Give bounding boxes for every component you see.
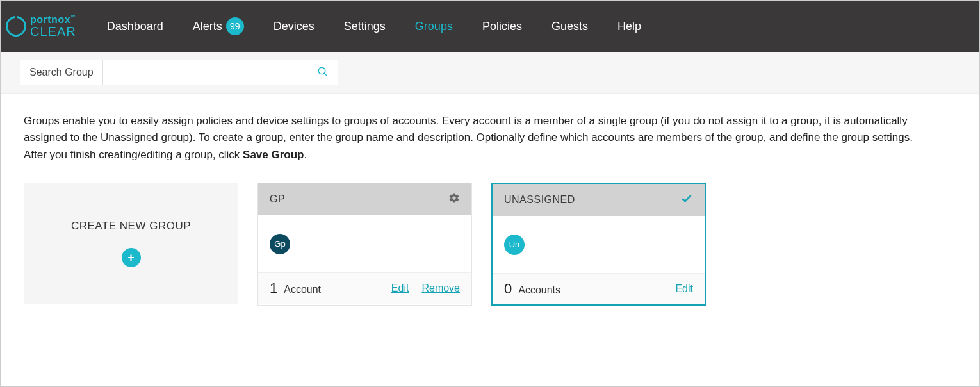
group-gp-links: Edit Remove bbox=[391, 283, 460, 294]
group-unassigned-body: Un bbox=[493, 216, 705, 274]
search-group-wrap: Search Group bbox=[20, 60, 338, 85]
brand-logo[interactable]: portnox™ CLEAR bbox=[6, 15, 76, 38]
nav-policies[interactable]: Policies bbox=[482, 20, 522, 33]
group-unassigned-count-wrap: 0 Accounts bbox=[504, 281, 560, 297]
group-card-gp: GP Gp 1 Account Edit Remove bbox=[257, 183, 472, 306]
group-unassigned-name: UNASSIGNED bbox=[504, 194, 575, 206]
group-gp-count: 1 bbox=[270, 280, 277, 297]
nav-groups[interactable]: Groups bbox=[415, 20, 453, 33]
group-unassigned-links: Edit bbox=[675, 283, 693, 295]
groups-description: Groups enable you to easily assign polic… bbox=[24, 113, 920, 163]
group-unassigned-count: 0 bbox=[504, 281, 512, 297]
create-group-title: CREATE NEW GROUP bbox=[71, 220, 191, 233]
search-label: Search Group bbox=[20, 60, 103, 85]
logo-icon bbox=[6, 16, 26, 37]
brand-name-1: portnox bbox=[30, 14, 70, 25]
svg-line-1 bbox=[324, 73, 327, 76]
group-gp-count-label: Account bbox=[284, 284, 321, 295]
create-group-card[interactable]: CREATE NEW GROUP + bbox=[24, 183, 238, 304]
search-input[interactable] bbox=[103, 60, 308, 85]
svg-point-0 bbox=[318, 67, 325, 74]
brand-name-2: CLEAR bbox=[30, 25, 76, 38]
nav-help[interactable]: Help bbox=[617, 20, 641, 33]
group-card-unassigned: UNASSIGNED Un 0 Accounts Edit bbox=[491, 183, 706, 306]
group-cards-row: CREATE NEW GROUP + GP Gp 1 Account Edit bbox=[24, 183, 956, 306]
group-unassigned-footer: 0 Accounts Edit bbox=[493, 274, 705, 304]
nav-dashboard[interactable]: Dashboard bbox=[107, 20, 163, 33]
search-button[interactable] bbox=[308, 61, 338, 85]
nav-devices[interactable]: Devices bbox=[274, 20, 314, 33]
plus-icon: + bbox=[122, 248, 141, 267]
desc-part2: . bbox=[304, 149, 307, 161]
group-gp-count-wrap: 1 Account bbox=[270, 280, 321, 297]
group-gp-header: GP bbox=[258, 183, 471, 215]
desc-part1: Groups enable you to easily assign polic… bbox=[24, 115, 913, 161]
nav-guests[interactable]: Guests bbox=[551, 20, 588, 33]
nav-alerts-label: Alerts bbox=[193, 20, 222, 33]
nav-items: Dashboard Alerts 99 Devices Settings Gro… bbox=[107, 17, 641, 35]
nav-settings[interactable]: Settings bbox=[344, 20, 386, 33]
group-unassigned-header: UNASSIGNED bbox=[493, 184, 705, 216]
group-gp-edit-link[interactable]: Edit bbox=[391, 283, 409, 294]
search-icon bbox=[317, 66, 329, 78]
main-content: Groups enable you to easily assign polic… bbox=[1, 94, 979, 325]
group-gp-footer: 1 Account Edit Remove bbox=[258, 273, 471, 304]
group-unassigned-avatar: Un bbox=[504, 235, 525, 255]
group-unassigned-count-label: Accounts bbox=[518, 284, 560, 296]
logo-text: portnox™ CLEAR bbox=[30, 15, 76, 38]
group-gp-body: Gp bbox=[258, 215, 471, 273]
search-bar-area: Search Group bbox=[1, 52, 979, 94]
check-icon bbox=[680, 192, 693, 208]
nav-alerts[interactable]: Alerts 99 bbox=[193, 17, 244, 35]
gear-icon[interactable] bbox=[448, 192, 460, 206]
top-nav: portnox™ CLEAR Dashboard Alerts 99 Devic… bbox=[1, 1, 979, 52]
nav-alerts-badge: 99 bbox=[226, 17, 244, 35]
group-gp-avatar: Gp bbox=[270, 234, 290, 254]
desc-bold: Save Group bbox=[243, 149, 304, 161]
group-gp-remove-link[interactable]: Remove bbox=[421, 283, 460, 294]
group-gp-name: GP bbox=[270, 194, 285, 205]
group-unassigned-edit-link[interactable]: Edit bbox=[675, 283, 693, 295]
